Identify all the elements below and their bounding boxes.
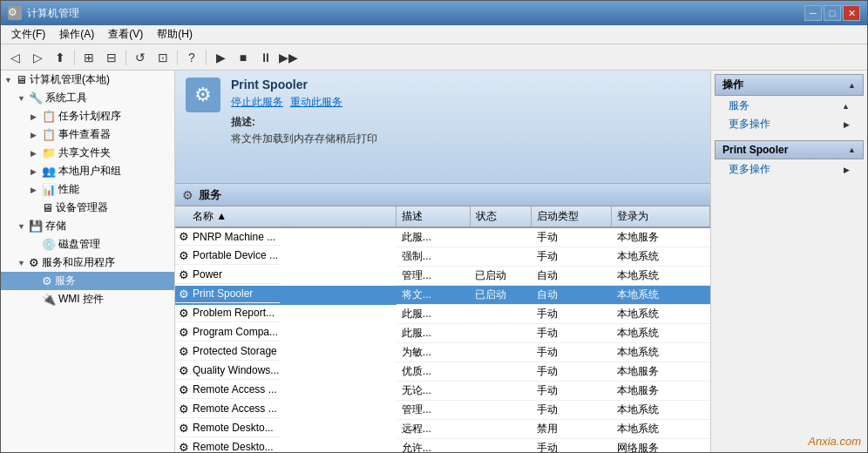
col-status[interactable]: 状态	[470, 206, 532, 227]
export-button[interactable]: ⊡	[153, 48, 173, 67]
table-row[interactable]: ⚙Remote Deskto...远程...禁用本地系统	[175, 420, 710, 439]
sys-tools-icon: 🔧	[29, 91, 43, 105]
action-services[interactable]: 服务 ▲	[715, 97, 864, 115]
service-row-status: 已启动	[470, 267, 532, 286]
toolbar: ◁ ▷ ⬆ ⊞ ⊟ ↺ ⊡ ? ▶ ■ ⏸ ▶▶	[1, 44, 867, 71]
service-row-icon: ⚙	[179, 307, 189, 320]
window-title: 计算机管理	[27, 6, 79, 21]
tree-item-disk-mgmt[interactable]: 💿 磁盘管理	[1, 235, 174, 254]
col-logon[interactable]: 登录为	[612, 206, 710, 227]
menu-file[interactable]: 文件(F)	[4, 25, 52, 44]
refresh-button[interactable]: ↺	[130, 48, 151, 67]
tree-label-users: 本地用户和组	[58, 164, 121, 179]
action-group-actions[interactable]: 操作 ▲	[715, 74, 864, 96]
tree-arrow-perf: ▶	[31, 186, 39, 194]
services-table: 名称 ▲ 描述 状态 启动类型 登录为 ⚙PNRP Machine ...此服.…	[175, 206, 710, 452]
wmi-icon: 🔌	[42, 293, 56, 306]
tree-button[interactable]: ⊟	[101, 48, 122, 67]
tree-item-wmi[interactable]: 🔌 WMI 控件	[1, 290, 174, 308]
tree-item-task-scheduler[interactable]: ▶ 📋 任务计划程序	[1, 107, 174, 125]
tree-item-services[interactable]: ⚙ 服务	[1, 272, 174, 290]
tree-item-shared-folders[interactable]: ▶ 📁 共享文件夹	[1, 144, 174, 162]
service-row-desc: 此服...	[397, 305, 471, 324]
pause-button[interactable]: ⏸	[255, 48, 276, 67]
services-title-text: 服务	[199, 187, 221, 203]
title-bar: ⚙ 计算机管理 ─ □ ✕	[1, 1, 867, 25]
table-row[interactable]: ⚙Power管理...已启动自动本地系统	[175, 267, 710, 286]
service-row-desc: 管理...	[397, 401, 471, 420]
service-row-logon: 本地系统	[612, 343, 710, 362]
table-row[interactable]: ⚙Program Compa...此服...手动本地系统	[175, 324, 710, 343]
tree-item-performance[interactable]: ▶ 📊 性能	[1, 180, 174, 199]
table-row[interactable]: ⚙Print Spooler将文...已启动自动本地系统	[175, 286, 710, 305]
event-icon: 📋	[42, 128, 56, 141]
title-bar-left: ⚙ 计算机管理	[8, 6, 79, 21]
shared-icon: 📁	[42, 146, 56, 159]
col-name[interactable]: 名称 ▲	[175, 206, 397, 227]
play-button[interactable]: ▶	[210, 48, 231, 67]
service-row-status	[470, 401, 532, 420]
action-group-actions-label: 操作	[722, 78, 743, 92]
table-container[interactable]: 名称 ▲ 描述 状态 启动类型 登录为 ⚙PNRP Machine ...此服.…	[175, 206, 710, 452]
minimize-button[interactable]: ─	[804, 5, 822, 21]
service-row-logon: 本地服务	[612, 382, 710, 401]
table-row[interactable]: ⚙Protected Storage为敏...手动本地系统	[175, 343, 710, 362]
tree-item-device-mgr[interactable]: 🖥 设备管理器	[1, 199, 174, 217]
tree-item-storage[interactable]: ▼ 💾 存储	[1, 217, 174, 235]
service-row-desc: 将文...	[397, 286, 471, 305]
watermark: Anxia.com	[808, 435, 861, 448]
forward-button[interactable]: ▷	[27, 48, 48, 67]
service-row-startup: 手动	[532, 382, 612, 401]
action-group-print-arrow: ▲	[848, 145, 856, 154]
table-row[interactable]: ⚙Remote Access ...管理...手动本地系统	[175, 401, 710, 420]
restart-service-link[interactable]: 重动此服务	[290, 95, 342, 110]
restart-button[interactable]: ▶▶	[278, 48, 299, 67]
table-row[interactable]: ⚙Problem Report...此服...手动本地系统	[175, 305, 710, 324]
service-row-logon: 本地系统	[612, 286, 710, 305]
maximize-button[interactable]: □	[824, 5, 841, 21]
action-group-print-spooler[interactable]: Print Spooler ▲	[715, 140, 864, 159]
tree-arrow-task: ▶	[31, 112, 39, 121]
tree-item-services-apps[interactable]: ▼ ⚙ 服务和应用程序	[1, 254, 174, 272]
main-content: ▼ 🖥 计算机管理(本地) ▼ 🔧 系统工具 ▶ 📋 任务计划程序 ▶	[1, 71, 867, 452]
table-row[interactable]: ⚙Quality Windows...优质...手动本地服务	[175, 362, 710, 382]
tree-item-sys-tools[interactable]: ▼ 🔧 系统工具	[1, 89, 174, 107]
service-row-status	[470, 324, 532, 343]
service-row-startup: 手动	[532, 362, 612, 382]
action-group-actions-arrow: ▲	[848, 81, 856, 90]
col-startup[interactable]: 启动类型	[532, 206, 612, 227]
table-row[interactable]: ⚙Remote Access ...无论...手动本地服务	[175, 382, 710, 401]
col-desc[interactable]: 描述	[397, 206, 471, 227]
tree-item-root[interactable]: ▼ 🖥 计算机管理(本地)	[1, 71, 174, 89]
tree-label-sa: 服务和应用程序	[42, 255, 115, 270]
table-row[interactable]: ⚙PNRP Machine ...此服...手动本地服务	[175, 227, 710, 247]
action-more-2[interactable]: 更多操作 ▶	[715, 160, 864, 179]
service-row-icon: ⚙	[179, 268, 189, 281]
service-row-name: Power	[193, 268, 222, 281]
service-row-icon: ⚙	[179, 345, 189, 358]
table-row[interactable]: ⚙Remote Deskto...允许...手动网络服务	[175, 439, 710, 453]
tree-arrow-disk	[31, 240, 39, 249]
help-button[interactable]: ?	[181, 48, 202, 67]
service-row-desc: 强制...	[397, 247, 471, 267]
stop-service-link[interactable]: 停止此服务	[231, 95, 283, 110]
service-row-logon: 本地系统	[612, 247, 710, 267]
show-hide-button[interactable]: ⊞	[78, 48, 99, 67]
close-button[interactable]: ✕	[843, 5, 860, 21]
action-more-1[interactable]: 更多操作 ▶	[715, 115, 864, 133]
services-title-icon: ⚙	[182, 188, 193, 202]
up-button[interactable]: ⬆	[50, 48, 71, 67]
service-row-logon: 本地系统	[612, 267, 710, 286]
tree-item-event-viewer[interactable]: ▶ 📋 事件查看器	[1, 125, 174, 144]
menu-view[interactable]: 查看(V)	[101, 25, 150, 44]
service-detail: Print Spooler 停止此服务 重动此服务 描述: 将文件加载到内存存储…	[231, 78, 700, 146]
menu-action[interactable]: 操作(A)	[52, 25, 101, 44]
service-row-status	[470, 439, 532, 453]
back-button[interactable]: ◁	[4, 48, 25, 67]
tree-arrow-shared: ▶	[31, 149, 39, 158]
tree-item-local-users[interactable]: ▶ 👥 本地用户和组	[1, 162, 174, 180]
table-row[interactable]: ⚙Portable Device ...强制...手动本地系统	[175, 247, 710, 267]
service-row-icon: ⚙	[179, 326, 189, 339]
stop-button[interactable]: ■	[233, 48, 254, 67]
menu-help[interactable]: 帮助(H)	[150, 25, 200, 44]
